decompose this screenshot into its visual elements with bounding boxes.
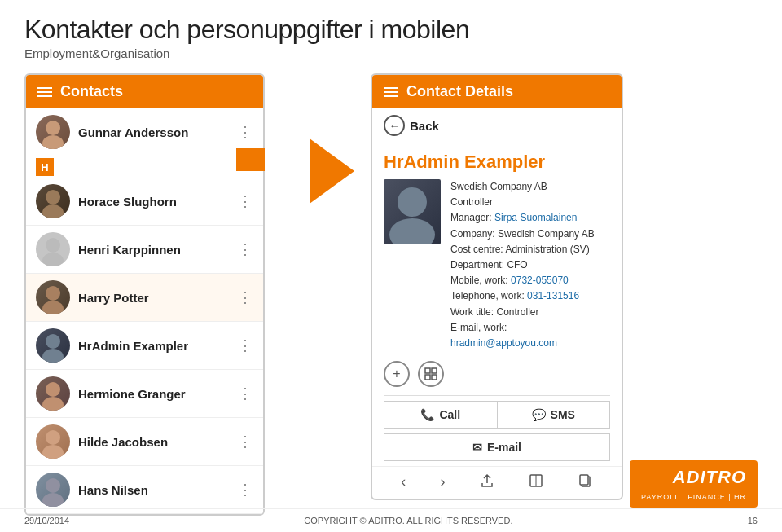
email-btn-label: E-mail xyxy=(487,441,521,454)
avatar xyxy=(36,280,70,314)
svg-point-0 xyxy=(46,121,60,135)
company-name: Swedish Company AB xyxy=(450,179,610,195)
mobile-label: Mobile, work: xyxy=(450,275,511,286)
book-icon[interactable] xyxy=(529,473,543,492)
navigation-arrow xyxy=(281,73,354,204)
company-row: Company: Swedish Company AB xyxy=(450,226,610,242)
back-label: Back xyxy=(410,119,439,133)
contact-name: Hermione Granger xyxy=(78,387,230,401)
sms-label: SMS xyxy=(551,408,575,421)
copy-icon[interactable] xyxy=(578,473,593,492)
svg-point-2 xyxy=(46,190,60,204)
contact-name: Gunnar Andersson xyxy=(78,125,230,139)
department-label: Department: xyxy=(450,259,507,270)
svg-rect-18 xyxy=(425,368,430,373)
email-button[interactable]: ✉ E-mail xyxy=(384,433,610,461)
svg-point-1 xyxy=(42,135,64,149)
hamburger-icon[interactable] xyxy=(37,87,52,97)
sms-button[interactable]: 💬 SMS xyxy=(497,401,611,429)
back-circle-icon: ← xyxy=(384,115,405,136)
grid-icon[interactable] xyxy=(418,361,444,387)
mobile-row: Mobile, work: 0732-055070 xyxy=(450,273,610,288)
action-row: + xyxy=(372,358,622,390)
page-header: Kontakter och personuppgifter i mobilen … xyxy=(0,0,782,65)
detail-body: Swedish Company AB Controller Manager: S… xyxy=(372,179,622,358)
avatar xyxy=(36,376,70,411)
contacts-phone-header: Contacts xyxy=(26,75,263,108)
more-options-icon[interactable]: ⋮ xyxy=(238,481,253,499)
svg-point-6 xyxy=(46,286,60,301)
list-item[interactable]: Horace Slughorn ⋮ xyxy=(26,178,263,226)
more-options-icon[interactable]: ⋮ xyxy=(238,240,253,258)
more-options-icon[interactable]: ⋮ xyxy=(238,288,253,306)
svg-point-10 xyxy=(46,382,60,397)
hamburger-icon[interactable] xyxy=(384,87,398,97)
list-item[interactable]: Henri Karppinnen ⋮ xyxy=(26,226,263,274)
more-options-icon[interactable]: ⋮ xyxy=(238,192,253,210)
call-button[interactable]: 📞 Call xyxy=(384,401,497,429)
cost-row: Cost centre: Administration (SV) xyxy=(450,242,610,257)
divider xyxy=(384,395,610,396)
avatar xyxy=(36,328,70,363)
more-options-icon[interactable]: ⋮ xyxy=(238,433,253,451)
email-icon: ✉ xyxy=(472,441,482,454)
svg-point-16 xyxy=(398,187,427,217)
footer-page-number: 16 xyxy=(748,516,758,525)
footer-copyright: COPYRIGHT © ADITRO. ALL RIGHTS RESERVED. xyxy=(304,516,512,525)
work-title-row: Work title: Controller xyxy=(450,305,610,320)
svg-point-3 xyxy=(42,204,64,218)
svg-point-4 xyxy=(46,238,60,253)
main-content: Contacts Gunnar Andersson ⋮ H Horace Slu… xyxy=(0,65,782,516)
work-title-label: Work title: xyxy=(450,306,496,318)
svg-point-12 xyxy=(46,430,60,445)
department-row: Department: CFO xyxy=(450,257,610,273)
list-item[interactable]: HrAdmin Exampler ⋮ xyxy=(26,322,263,370)
avatar xyxy=(36,232,70,266)
sms-icon: 💬 xyxy=(532,408,546,421)
contact-name: Horace Slughorn xyxy=(78,195,230,209)
more-options-icon[interactable]: ⋮ xyxy=(238,123,253,141)
detail-contact-name: HrAdmin Exampler xyxy=(372,143,622,179)
list-item[interactable]: Hans Nilsen ⋮ xyxy=(26,466,263,514)
list-item[interactable]: Gunnar Andersson ⋮ xyxy=(26,108,263,156)
svg-point-17 xyxy=(389,218,435,244)
cost-val: Administration (SV) xyxy=(505,244,589,255)
add-icon[interactable]: + xyxy=(384,361,410,387)
svg-rect-19 xyxy=(432,368,437,373)
company-val: Swedish Company AB xyxy=(498,228,595,240)
page-title: Kontakter och personuppgifter i mobilen xyxy=(24,15,758,45)
svg-rect-20 xyxy=(425,375,430,380)
list-item[interactable]: Hermione Granger ⋮ xyxy=(26,370,263,418)
list-item[interactable]: Hilde Jacobsen ⋮ xyxy=(26,418,263,466)
email-label: E-mail, work: xyxy=(450,322,507,333)
telephone-val[interactable]: 031-131516 xyxy=(527,290,579,301)
svg-rect-25 xyxy=(580,475,588,485)
share-icon[interactable] xyxy=(480,473,494,492)
page-subtitle: Employment&Organisation xyxy=(24,46,758,60)
contact-name: Hans Nilsen xyxy=(78,483,230,497)
chevron-left-icon[interactable]: ‹ xyxy=(401,473,406,492)
chevron-right-icon[interactable]: › xyxy=(441,473,446,492)
detail-title: Contact Details xyxy=(406,83,513,100)
svg-point-11 xyxy=(42,397,64,411)
more-options-icon[interactable]: ⋮ xyxy=(238,336,253,354)
more-options-icon[interactable]: ⋮ xyxy=(238,385,253,402)
back-button[interactable]: ← Back xyxy=(372,108,622,143)
manager-label: Manager: xyxy=(450,212,494,223)
department-val: CFO xyxy=(507,259,527,270)
contacts-phone: Contacts Gunnar Andersson ⋮ H Horace Slu… xyxy=(24,73,265,516)
manager-name[interactable]: Sirpa Suomalainen xyxy=(494,212,577,223)
contact-name: Henri Karppinnen xyxy=(78,243,230,257)
svg-point-14 xyxy=(46,478,60,493)
svg-rect-21 xyxy=(432,375,437,380)
role-title: Controller xyxy=(450,195,610,210)
list-item[interactable]: Harry Potter ⋮ xyxy=(26,274,263,322)
work-title-val: Controller xyxy=(496,306,538,318)
phone-icon: 📞 xyxy=(420,408,434,421)
cost-label: Cost centre: xyxy=(450,244,505,255)
logo-name: ADITRO xyxy=(673,467,746,488)
email-val[interactable]: hradmin@apptoyou.com xyxy=(450,336,610,351)
avatar xyxy=(36,184,70,218)
mobile-val[interactable]: 0732-055070 xyxy=(511,275,569,286)
telephone-label: Telephone, work: xyxy=(450,290,527,301)
